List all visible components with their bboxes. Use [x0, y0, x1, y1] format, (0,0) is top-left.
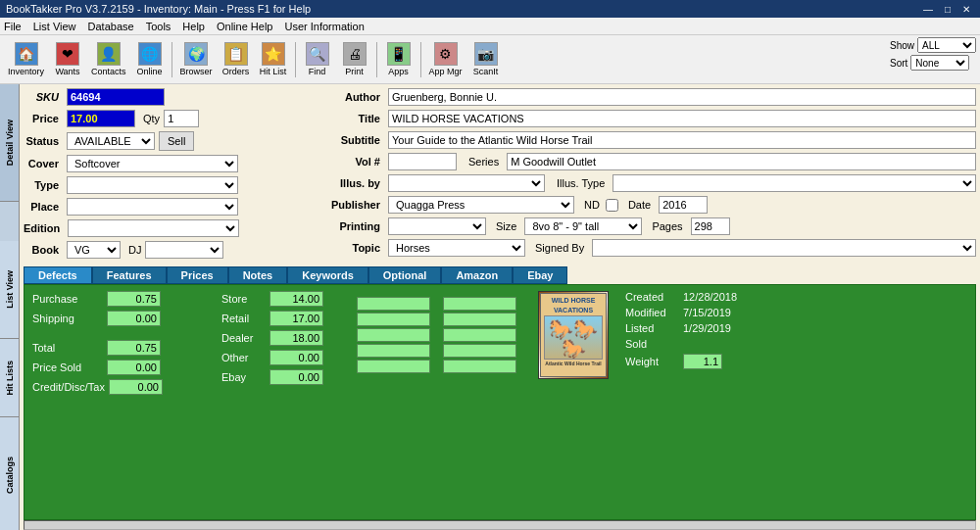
vol-input[interactable] [388, 153, 457, 170]
type-label: Type [24, 179, 63, 191]
dealer-input[interactable] [270, 330, 323, 346]
total-input[interactable] [107, 340, 161, 356]
tab-optional[interactable]: Optional [368, 266, 442, 284]
price-sold-input[interactable] [107, 360, 161, 375]
keyword-input-5[interactable] [443, 360, 516, 373]
minimize-button[interactable]: — [919, 4, 937, 15]
tab-prices[interactable]: Prices [167, 266, 228, 284]
sidebar-tab-hitlists[interactable]: Hit Lists [0, 339, 19, 417]
optional-col: WILD HORSE VACATIONS 🐎🐎🐎 Atlantic Wild H… [529, 291, 617, 513]
inventory-button[interactable]: 🏠Inventory [4, 40, 48, 78]
printing-select[interactable] [388, 217, 486, 235]
qty-input[interactable]: 1 [164, 110, 199, 127]
orders-button[interactable]: 📋Orders [219, 40, 254, 78]
maximize-button[interactable]: □ [941, 4, 955, 15]
show-select[interactable]: ALL [917, 37, 976, 53]
tab-features[interactable]: Features [92, 266, 167, 284]
dj-select[interactable] [145, 241, 223, 259]
book-select[interactable]: VG [67, 241, 121, 259]
size-select[interactable]: 8vo 8" - 9" tall [524, 217, 642, 235]
wants-button[interactable]: ❤Wants [50, 40, 85, 78]
status-select[interactable]: AVAILABLE [67, 132, 155, 150]
menu-tools[interactable]: Tools [146, 21, 172, 32]
date-input[interactable]: 2016 [659, 196, 708, 214]
topic-select[interactable]: Horses [388, 239, 525, 257]
illus-by-select[interactable] [388, 174, 545, 192]
cover-select[interactable]: Softcover [67, 155, 238, 172]
shipping-input[interactable] [107, 311, 161, 326]
edition-select[interactable] [68, 219, 239, 237]
publisher-label: Publisher [330, 199, 384, 211]
form-left: SKU 64694 Price 17.00 Qty 1 Status AVAIL… [24, 88, 322, 263]
sell-button[interactable]: Sell [159, 131, 194, 151]
hit-list-button[interactable]: ⭐Hit List [256, 40, 291, 78]
keyword-input-2[interactable] [443, 313, 516, 326]
note-input-5[interactable] [357, 360, 430, 373]
type-select[interactable] [67, 176, 238, 194]
apps-button[interactable]: 📱Apps [381, 40, 416, 78]
weight-row: Weight [625, 354, 967, 369]
tab-notes[interactable]: Notes [228, 266, 288, 284]
listed-label: Listed [625, 322, 679, 334]
vol-series-row: Vol # Series M Goodwill Outlet [330, 153, 976, 170]
place-select[interactable] [67, 198, 238, 216]
ebay-price-input[interactable] [270, 369, 323, 385]
menu-user-info[interactable]: User Information [284, 21, 364, 32]
tab-defects[interactable]: Defects [24, 266, 92, 284]
subtitle-input[interactable]: Your Guide to the Atlantic Wild Horse Tr… [388, 131, 976, 149]
retail-label: Retail [221, 313, 266, 324]
horizontal-scrollbar[interactable] [24, 520, 976, 530]
sku-input[interactable]: 64694 [67, 88, 165, 106]
price-input[interactable]: 17.00 [67, 110, 135, 127]
note-input-2[interactable] [357, 313, 430, 326]
author-input[interactable]: Gruenberg, Bonnie U. [388, 88, 976, 106]
tab-ebay[interactable]: Ebay [513, 266, 567, 284]
title-input[interactable]: WILD HORSE VACATIONS [388, 110, 976, 127]
find-button[interactable]: 🔍Find [300, 40, 335, 78]
sidebar-tab-detail[interactable]: Detail View [0, 84, 19, 202]
book-cover-image[interactable]: WILD HORSE VACATIONS 🐎🐎🐎 Atlantic Wild H… [538, 291, 609, 379]
note-input-3[interactable] [357, 328, 430, 342]
qty-label: Qty [143, 113, 160, 124]
illus-type-select[interactable] [612, 174, 976, 192]
sort-select[interactable]: None [910, 55, 969, 71]
tab-amazon[interactable]: Amazon [441, 266, 513, 284]
menu-database[interactable]: Database [88, 21, 134, 32]
menu-file[interactable]: File [4, 21, 22, 32]
keyword-input-3[interactable] [443, 328, 516, 342]
store-input[interactable] [270, 291, 323, 307]
retail-input[interactable] [270, 311, 323, 326]
print-button[interactable]: 🖨Print [337, 40, 372, 78]
purchase-input[interactable] [107, 291, 161, 307]
contacts-button[interactable]: 👤Contacts [87, 40, 130, 78]
menu-online-help[interactable]: Online Help [217, 21, 272, 32]
ebay-price-row: Ebay [221, 369, 349, 385]
total-row: Total [32, 340, 214, 356]
sidebar-tab-list[interactable]: List View [0, 241, 19, 339]
tab-content: Purchase Shipping Total Price Sold [24, 284, 976, 520]
sidebar-tab-catalogs[interactable]: Catalogs [0, 417, 19, 530]
tab-keywords[interactable]: Keywords [287, 266, 368, 284]
price-row: Price 17.00 Qty 1 [24, 110, 322, 127]
scanit-button[interactable]: 📷ScanIt [468, 40, 504, 78]
signed-by-select[interactable] [592, 239, 976, 257]
keyword-input-1[interactable] [443, 297, 516, 311]
keyword-input-4[interactable] [443, 344, 516, 358]
app-mgr-button[interactable]: ⚙App Mgr [425, 40, 466, 78]
other-input[interactable] [270, 350, 323, 365]
browser-button[interactable]: 🌍Browser [176, 40, 217, 78]
note-input-4[interactable] [357, 344, 430, 358]
series-input[interactable]: M Goodwill Outlet [507, 153, 976, 170]
printing-row: Printing Size 8vo 8" - 9" tall Pages 298 [330, 217, 976, 235]
online-button[interactable]: 🌐Online [132, 40, 168, 78]
menu-list-view[interactable]: List View [33, 21, 76, 32]
note-input-1[interactable] [357, 297, 430, 311]
nd-checkbox[interactable] [606, 199, 618, 212]
close-button[interactable]: ✕ [958, 4, 974, 15]
pages-input[interactable]: 298 [691, 217, 730, 235]
menu-help[interactable]: Help [182, 21, 205, 32]
publisher-select[interactable]: Quagga Press [388, 196, 574, 214]
size-label: Size [496, 220, 516, 232]
weight-input[interactable] [683, 354, 722, 369]
credit-input[interactable] [109, 379, 163, 395]
